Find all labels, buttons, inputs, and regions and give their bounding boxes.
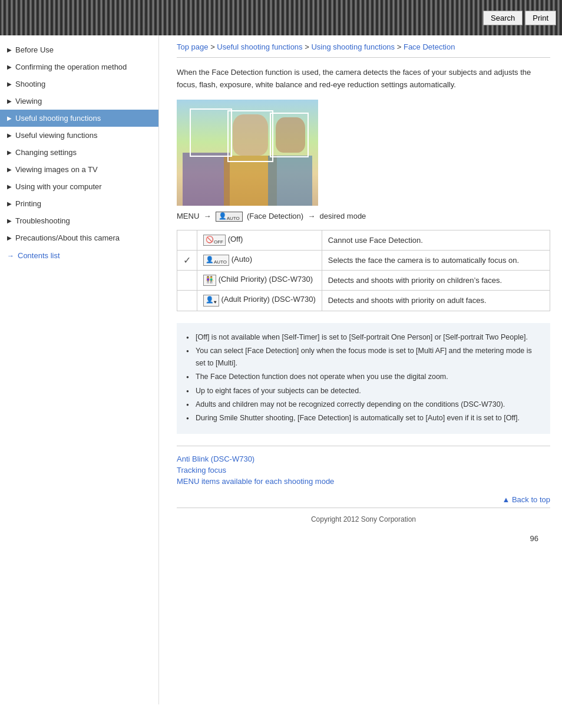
back-to-top-link[interactable]: Back to top [177,492,550,508]
print-button[interactable]: Print [525,11,556,25]
table-icon-cell: 👤♥ (Adult Priority) (DSC-W730) [197,291,322,311]
related-links: Anti Blink (DSC-W730) Tracking focus MEN… [177,446,550,486]
chevron-right-icon: ▶ [7,149,12,156]
chevron-right-icon: ▶ [7,166,12,173]
list-item: Adults and children may not be recognize… [186,398,541,411]
table-row: ✓ 👤AUTO (Auto) Selects the face the came… [177,250,550,270]
arrow-right-icon: → [7,252,14,260]
footer: Copyright 2012 Sony Corporation [177,508,550,531]
list-item: [Off] is not available when [Self-Timer]… [186,331,541,344]
breadcrumb-sep1: > [210,42,217,51]
sidebar: ▶ Before Use ▶ Confirming the operation … [0,35,159,704]
sidebar-item-before-use[interactable]: ▶ Before Use [0,41,158,58]
chevron-right-icon: ▶ [7,98,12,104]
breadcrumb-useful-shooting[interactable]: Useful shooting functions [217,42,302,51]
related-link-tracking[interactable]: Tracking focus [177,466,550,475]
list-item: The Face Detection function does not ope… [186,371,541,383]
chevron-right-icon: ▶ [7,218,12,224]
table-icon-cell: 👫 (Child Priority) (DSC-W730) [197,271,322,291]
sidebar-item-precautions[interactable]: ▶ Precautions/About this camera [0,229,158,246]
sidebar-item-useful-shooting[interactable]: ▶ Useful shooting functions [0,110,158,127]
sidebar-item-troubleshooting[interactable]: ▶ Troubleshooting [0,212,158,229]
page-number: 96 [177,531,550,546]
table-icon-cell: 👤AUTO (Auto) [197,250,322,270]
table-check-cell: ✓ [177,250,197,270]
table-row: 👫 (Child Priority) (DSC-W730) Detects an… [177,271,550,291]
list-item: You can select [Face Detection] only whe… [186,345,541,370]
chevron-right-icon: ▶ [7,47,12,53]
table-icon-cell: 🚫OFF (Off) [197,230,322,250]
sidebar-item-viewing[interactable]: ▶ Viewing [0,93,158,110]
breadcrumb-current: Face Detection [404,42,455,51]
chevron-right-icon: ▶ [7,81,12,87]
face-box-1 [190,108,232,157]
table-row: 👤♥ (Adult Priority) (DSC-W730) Detects a… [177,291,550,311]
table-check-cell [177,230,197,250]
sidebar-item-shooting[interactable]: ▶ Shooting [0,75,158,93]
breadcrumb-top[interactable]: Top page [177,42,209,51]
related-link-anti-blink[interactable]: Anti Blink (DSC-W730) [177,454,550,463]
notes-box: [Off] is not available when [Self-Timer]… [177,323,550,434]
table-desc-cell: Detects and shoots with priority on adul… [322,291,550,311]
notes-list: [Off] is not available when [Self-Timer]… [186,331,541,425]
table-check-cell [177,291,197,311]
main-layout: ▶ Before Use ▶ Confirming the operation … [0,35,562,704]
chevron-right-icon: ▶ [7,64,12,70]
breadcrumb-using-shooting[interactable]: Using shooting functions [311,42,395,51]
list-item: During Smile Shutter shooting, [Face Det… [186,412,541,424]
search-button[interactable]: Search [483,11,523,25]
related-link-menu-items[interactable]: MENU items available for each shooting m… [177,477,550,486]
intro-text: When the Face Detection function is used… [177,67,550,91]
menu-formula: MENU → 👤AUTO (Face Detection) → desired … [177,212,550,222]
chevron-right-icon: ▶ [7,200,12,207]
chevron-right-icon: ▶ [7,235,12,241]
sidebar-item-viewing-tv[interactable]: ▶ Viewing images on a TV [0,161,158,178]
table-desc-cell: Detects and shoots with priority on chil… [322,271,550,291]
face-detection-image [177,100,318,206]
table-check-cell [177,271,197,291]
sidebar-item-changing-settings[interactable]: ▶ Changing settings [0,144,158,161]
copyright-text: Copyright 2012 Sony Corporation [311,515,416,523]
face-box-2 [227,110,273,162]
sidebar-item-printing[interactable]: ▶ Printing [0,195,158,212]
detection-table: 🚫OFF (Off) Cannot use Face Detection. ✓ … [177,230,550,311]
sidebar-item-computer[interactable]: ▶ Using with your computer [0,178,158,195]
list-item: Up to eight faces of your subjects can b… [186,385,541,397]
breadcrumb-sep3: > [397,42,404,51]
contents-list-link[interactable]: → Contents list [0,246,158,265]
table-desc-cell: Cannot use Face Detection. [322,230,550,250]
chevron-right-icon: ▶ [7,115,12,121]
table-row: 🚫OFF (Off) Cannot use Face Detection. [177,230,550,250]
sidebar-item-useful-viewing[interactable]: ▶ Useful viewing functions [0,127,158,144]
sidebar-item-confirming[interactable]: ▶ Confirming the operation method [0,58,158,75]
header: Search Print [0,0,562,35]
chevron-right-icon: ▶ [7,183,12,190]
breadcrumb: Top page > Useful shooting functions > U… [177,35,550,58]
breadcrumb-sep2: > [305,42,311,51]
content-area: Top page > Useful shooting functions > U… [159,35,562,704]
chevron-right-icon: ▶ [7,132,12,139]
face-box-3 [270,113,309,157]
table-desc-cell: Selects the face the camera is to automa… [322,250,550,270]
